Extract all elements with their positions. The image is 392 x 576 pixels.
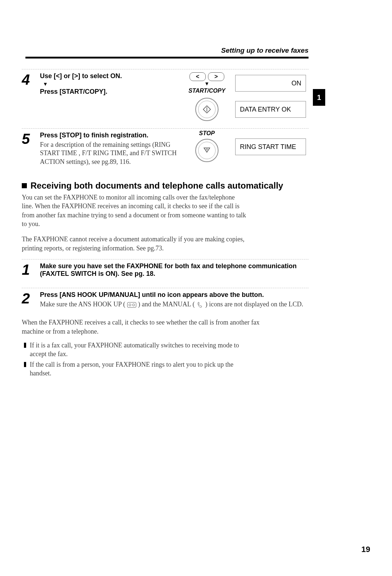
- section-heading-text: Receiving both documents and telephone c…: [30, 181, 283, 191]
- stop-button: [195, 139, 219, 162]
- svg-point-1: [206, 149, 208, 150]
- start-copy-label: START/COPY: [185, 88, 229, 94]
- main-content: 4 Use [<] or [>] to select ON. ▼ Press […: [22, 69, 309, 379]
- list-item: If the call is from a person, your FAXPH…: [24, 360, 249, 378]
- stop-label: STOP: [185, 130, 229, 137]
- section-paragraph: You can set the FAXPHONE to monitor all …: [22, 193, 247, 228]
- handset-icon: [196, 301, 204, 309]
- stop-triangle-icon: [203, 146, 211, 154]
- step-5: 5 Press [STOP] to finish registration. F…: [22, 128, 309, 166]
- prev-button: <: [189, 72, 206, 81]
- arrow-down-icon: ▼: [43, 81, 181, 87]
- chapter-tab: 1: [313, 89, 325, 106]
- step-number: 1: [22, 262, 40, 279]
- step-number: 5: [22, 132, 40, 166]
- start-copy-button: [195, 98, 219, 121]
- step-instruction: Press [ANS HOOK UP/MANUAL] until no icon…: [40, 291, 304, 299]
- list-item: If it is a fax call, your FAXPHONE autom…: [24, 341, 249, 359]
- tape-icon: [127, 302, 136, 308]
- step-4: 4 Use [<] or [>] to select ON. ▼ Press […: [22, 69, 309, 121]
- page-header-title: Setting up to receive faxes: [221, 47, 309, 55]
- lcd-display: DATA ENTRY OK: [235, 101, 306, 118]
- step-instruction: Use [<] or [>] to select ON.: [40, 72, 181, 80]
- section-heading: Receiving both documents and telephone c…: [22, 181, 309, 191]
- step-number: 2: [22, 291, 40, 309]
- step-b1: 1 Make sure you have set the FAXPHONE fo…: [22, 259, 309, 279]
- step-instruction: Press [START/COPY].: [40, 88, 181, 96]
- step-number: 4: [22, 72, 40, 121]
- closing-paragraph: When the FAXPHONE receives a call, it ch…: [22, 318, 269, 336]
- section-paragraph: The FAXPHONE cannot receive a document a…: [22, 235, 247, 253]
- arrow-down-icon: ▼: [185, 81, 229, 87]
- diamond-icon: [202, 105, 212, 114]
- step-description: Make sure the ANS HOOK UP ( ) and the MA…: [40, 300, 304, 309]
- next-button: >: [208, 72, 224, 81]
- lcd-display: ON: [235, 75, 306, 92]
- lcd-display: RING START TIME: [235, 138, 306, 155]
- svg-point-3: [129, 304, 131, 306]
- step-description: For a description of the remaining setti…: [40, 141, 181, 166]
- page-number: 19: [362, 545, 370, 554]
- step-b2: 2 Press [ANS HOOK UP/MANUAL] until no ic…: [22, 288, 309, 309]
- svg-point-4: [132, 304, 135, 306]
- bullet-list: If it is a fax call, your FAXPHONE autom…: [24, 341, 249, 378]
- step-instruction: Press [STOP] to finish registration.: [40, 132, 181, 139]
- header-rule: [25, 57, 309, 59]
- step-instruction: Make sure you have set the FAXPHONE for …: [40, 262, 304, 278]
